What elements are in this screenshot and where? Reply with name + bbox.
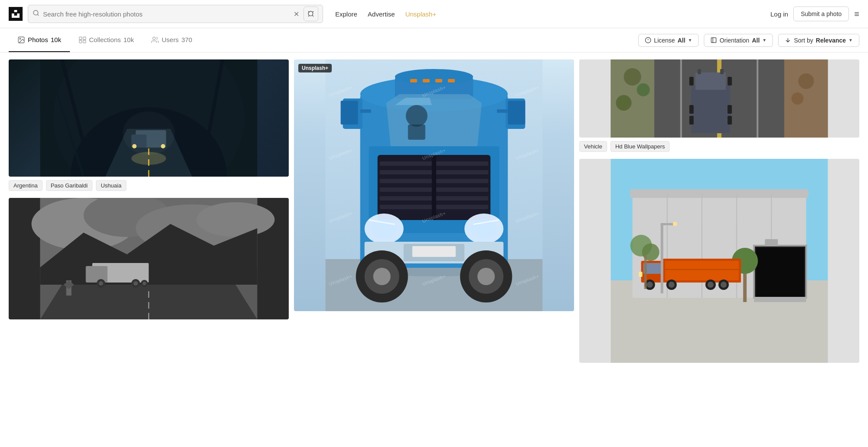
highway-top-image: [579, 59, 859, 138]
svg-point-109: [616, 95, 632, 111]
svg-rect-100: [720, 69, 724, 74]
nav-advertise[interactable]: Advertise: [368, 10, 395, 18]
nav-unsplash-plus[interactable]: Unsplash+: [405, 10, 436, 18]
tab-collections-count: 10k: [123, 36, 134, 43]
tab-users-label: Users: [162, 36, 178, 43]
tag-paso-garibaldi[interactable]: Paso Garibaldi: [46, 180, 92, 191]
svg-rect-38: [86, 266, 108, 283]
collections-icon: [79, 36, 86, 44]
svg-rect-125: [754, 297, 806, 302]
svg-rect-7: [79, 40, 82, 43]
search-clear-button[interactable]: ✕: [293, 9, 300, 19]
search-bar: truck ✕: [28, 5, 323, 23]
dark-tunnel-image: [9, 59, 289, 177]
warehouse-image: [579, 159, 859, 363]
svg-rect-81: [497, 109, 508, 113]
sort-value: Relevance: [816, 37, 846, 44]
photo-item-dark-tunnel[interactable]: Argentina Paso Garibaldi Ushuaia: [9, 59, 289, 193]
photo-item-bw-truck[interactable]: [9, 198, 289, 319]
visual-search-button[interactable]: [304, 7, 318, 21]
bw-truck-image: [9, 198, 289, 319]
search-icon: [33, 10, 40, 18]
sort-filter-button[interactable]: Sort by Relevance ▼: [778, 34, 859, 47]
svg-point-84: [373, 268, 391, 285]
tab-photos-label: Photos: [28, 36, 48, 43]
login-button[interactable]: Log in: [770, 10, 788, 18]
tag-ushuaia[interactable]: Ushuaia: [96, 180, 126, 191]
nav-explore[interactable]: Explore: [335, 10, 357, 18]
tab-users[interactable]: Users 370: [142, 28, 201, 52]
svg-point-107: [624, 68, 641, 85]
tab-collections-label: Collections: [89, 36, 121, 43]
svg-rect-94: [757, 59, 759, 138]
tag-argentina[interactable]: Argentina: [9, 180, 43, 191]
svg-rect-105: [690, 116, 694, 125]
orientation-filter-button[interactable]: Orientation All ▼: [704, 34, 773, 47]
photos-icon: [17, 36, 25, 44]
svg-rect-54: [410, 79, 417, 82]
filters: License All ▼ Orientation All ▼ Sort by …: [638, 34, 859, 47]
license-icon: [645, 37, 651, 43]
svg-line-1: [37, 14, 39, 16]
svg-rect-142: [639, 272, 643, 277]
tag-vehicle[interactable]: Vehicle: [579, 141, 607, 152]
svg-rect-98: [696, 72, 726, 90]
svg-rect-97: [691, 85, 730, 133]
photo-item-blue-truck[interactable]: Unsplash+: [294, 59, 574, 311]
photo-grid: Argentina Paso Garibaldi Ushuaia: [0, 53, 868, 370]
tab-photos[interactable]: Photos 10k: [9, 28, 70, 52]
license-label: License: [654, 37, 675, 44]
svg-rect-143: [661, 224, 663, 293]
submit-photo-button[interactable]: Submit a photo: [793, 7, 849, 21]
photo-item-highway-top[interactable]: Vehicle Hd Blue Wallpapers: [579, 59, 859, 154]
license-chevron-icon: ▼: [688, 38, 692, 43]
svg-point-24: [123, 112, 175, 155]
svg-point-135: [647, 282, 653, 288]
svg-rect-126: [765, 239, 778, 246]
nav-links: Explore Advertise Unsplash+: [335, 10, 436, 18]
svg-point-0: [33, 10, 38, 15]
highway-tags: Vehicle Hd Blue Wallpapers: [579, 138, 859, 154]
svg-rect-93: [680, 59, 682, 138]
tab-photos-count: 10k: [51, 36, 61, 43]
svg-point-9: [153, 37, 155, 39]
tab-collections[interactable]: Collections 10k: [70, 28, 143, 52]
svg-rect-6: [83, 37, 86, 39]
svg-point-87: [478, 268, 495, 285]
dark-tunnel-tags: Argentina Paso Garibaldi Ushuaia: [9, 177, 289, 193]
orientation-label: Orientation: [719, 37, 749, 44]
svg-rect-106: [728, 116, 732, 125]
svg-point-111: [792, 92, 804, 105]
svg-rect-57: [448, 79, 455, 82]
svg-rect-96: [785, 59, 828, 138]
photo-item-warehouse[interactable]: [579, 159, 859, 363]
svg-rect-104: [728, 105, 732, 114]
svg-rect-5: [79, 37, 82, 39]
svg-point-145: [673, 222, 677, 226]
sort-label: Sort by: [794, 37, 813, 44]
orientation-chevron-icon: ▼: [762, 38, 767, 43]
logo[interactable]: [9, 7, 23, 21]
svg-rect-75: [413, 246, 456, 257]
search-input[interactable]: truck: [43, 10, 289, 18]
hamburger-menu-button[interactable]: ≡: [854, 9, 859, 19]
svg-rect-99: [698, 69, 701, 74]
svg-rect-124: [805, 245, 807, 299]
svg-rect-102: [728, 77, 732, 85]
svg-rect-11: [711, 38, 716, 43]
svg-rect-130: [665, 261, 739, 280]
svg-point-40: [99, 281, 103, 286]
header-actions: Log in Submit a photo ≡: [770, 7, 859, 21]
sort-icon: [785, 37, 791, 43]
tag-hd-blue[interactable]: Hd Blue Wallpapers: [611, 141, 670, 152]
tab-users-count: 370: [182, 36, 192, 43]
svg-rect-122: [753, 245, 807, 247]
svg-point-4: [20, 38, 20, 39]
svg-point-139: [708, 282, 714, 288]
svg-point-110: [799, 73, 814, 89]
photo-col-1: Argentina Paso Garibaldi Ushuaia: [9, 59, 289, 363]
license-filter-button[interactable]: License All ▼: [638, 34, 699, 47]
svg-rect-101: [690, 77, 694, 85]
svg-rect-55: [423, 79, 430, 82]
svg-rect-79: [508, 101, 525, 125]
